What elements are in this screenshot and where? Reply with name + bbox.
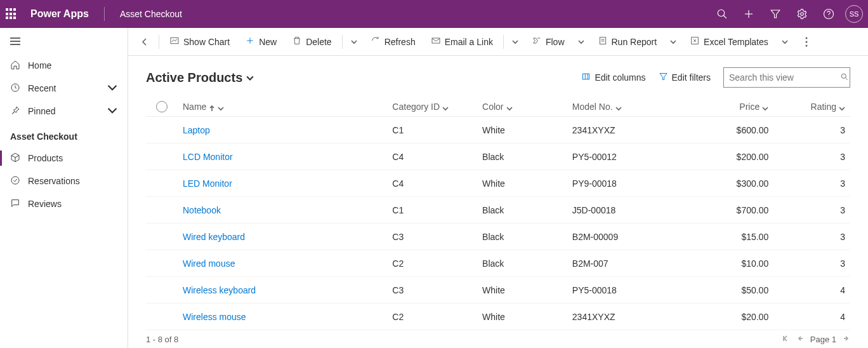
cell-model: B2M-00009 [567, 232, 684, 242]
excel-chevron[interactable] [777, 39, 792, 45]
refresh-button[interactable]: Refresh [364, 32, 422, 52]
cell-rating: 3 [773, 125, 850, 135]
help-icon[interactable] [819, 4, 839, 24]
table-row[interactable]: LaptopC1White2341XYXZ$600.003 [146, 117, 850, 144]
search-icon[interactable] [712, 4, 732, 24]
svg-rect-27 [583, 74, 589, 79]
run-report-button[interactable]: Run Report [591, 32, 664, 52]
search-icon [840, 72, 849, 83]
record-range: 1 - 8 of 8 [146, 335, 178, 344]
divider [159, 35, 159, 49]
user-avatar[interactable]: SS [845, 5, 863, 23]
chevron-down-icon [107, 83, 117, 95]
table-row[interactable]: Wired mouseC2BlackB2M-007$10.003 [146, 250, 850, 277]
sidebar-section-title: Asset Checkout [0, 123, 128, 147]
select-all-checkbox[interactable] [146, 101, 178, 112]
next-page-icon[interactable] [843, 335, 850, 344]
sidebar-item-reservations[interactable]: Reservations [0, 170, 128, 192]
cell-category: C4 [387, 178, 477, 189]
column-header-model[interactable]: Model No. [567, 102, 684, 112]
chevron-down-icon [246, 70, 254, 85]
cell-category: C4 [387, 152, 477, 162]
email-link-button[interactable]: Email a Link [424, 32, 499, 52]
overflow-button[interactable] [798, 37, 815, 47]
record-link[interactable]: Notebook [183, 205, 221, 215]
cell-model: B2M-007 [567, 258, 684, 269]
cmd-label: Excel Templates [704, 37, 768, 47]
table-row[interactable]: Wired keyboardC3BlackB2M-00009$15.003 [146, 224, 850, 250]
first-page-icon[interactable] [782, 335, 790, 344]
sidebar: Home Recent Pinned Asset Checkout Produc… [0, 28, 128, 348]
new-button[interactable]: New [239, 32, 283, 52]
email-split-chevron[interactable] [508, 39, 523, 45]
column-header-color[interactable]: Color [477, 102, 567, 112]
svg-point-24 [805, 37, 807, 39]
show-chart-button[interactable]: Show Chart [163, 32, 236, 52]
cmd-label: Delete [306, 37, 331, 47]
divider [342, 35, 343, 49]
delete-split-chevron[interactable] [346, 39, 362, 45]
chevron-down-icon [839, 104, 845, 110]
grid-footer: 1 - 8 of 8 Page 1 [128, 330, 868, 348]
sidebar-item-reviews[interactable]: Reviews [0, 192, 128, 215]
svg-point-25 [805, 41, 807, 43]
record-link[interactable]: Wired keyboard [183, 232, 245, 242]
sidebar-item-recent[interactable]: Recent [0, 77, 128, 100]
cell-color: Black [477, 152, 567, 162]
report-chevron[interactable] [666, 39, 681, 45]
record-link[interactable]: Wired mouse [183, 258, 235, 269]
table-row[interactable]: LCD MonitorC4BlackPY5-00012$200.003 [146, 144, 850, 170]
flow-chevron[interactable] [574, 39, 589, 45]
box-icon [10, 152, 20, 164]
svg-rect-17 [432, 38, 440, 43]
excel-templates-button[interactable]: Excel Templates [683, 32, 775, 52]
flow-button[interactable]: Flow [525, 32, 571, 52]
cell-color: Black [477, 232, 567, 242]
app-launcher-icon[interactable] [5, 8, 18, 20]
sidebar-item-label: Pinned [28, 106, 56, 116]
settings-icon[interactable] [792, 4, 812, 24]
cmd-label: New [259, 37, 277, 47]
table-row[interactable]: Wireless keyboardC3WhitePY5-00018$50.004 [146, 277, 850, 304]
record-link[interactable]: Wireless keyboard [183, 285, 256, 295]
delete-button[interactable]: Delete [286, 32, 338, 52]
cell-price: $50.00 [683, 285, 773, 295]
cell-model: 2341XYXZ [567, 312, 684, 322]
sidebar-item-label: Home [28, 60, 51, 70]
trash-icon [292, 36, 302, 48]
hamburger-icon[interactable] [0, 33, 128, 54]
data-grid: Name Category ID Color Model No. [128, 97, 868, 330]
col-label: Name [183, 102, 206, 112]
column-header-name[interactable]: Name [178, 102, 387, 112]
record-link[interactable]: Wireless mouse [183, 312, 246, 322]
col-label: Rating [811, 102, 836, 112]
table-row[interactable]: LED MonitorC4WhitePY9-00018$300.003 [146, 170, 850, 197]
search-input[interactable] [729, 72, 840, 83]
edit-columns-button[interactable]: Edit columns [581, 72, 645, 83]
cell-price: $20.00 [683, 312, 773, 322]
table-row[interactable]: NotebookC1BlackJ5D-00018$700.003 [146, 197, 850, 224]
column-header-rating[interactable]: Rating [773, 102, 850, 112]
record-link[interactable]: LCD Monitor [183, 152, 233, 162]
sidebar-item-label: Products [28, 153, 63, 163]
sidebar-item-home[interactable]: Home [0, 54, 128, 77]
table-row[interactable]: Wireless mouseC2White2341XYXZ$20.004 [146, 304, 850, 330]
column-header-price[interactable]: Price [683, 102, 773, 112]
sidebar-item-pinned[interactable]: Pinned [0, 100, 128, 123]
sidebar-item-products[interactable]: Products [0, 147, 128, 170]
search-view-box[interactable] [723, 67, 850, 88]
column-header-category[interactable]: Category ID [387, 102, 477, 112]
add-icon[interactable] [739, 4, 759, 24]
record-link[interactable]: LED Monitor [183, 178, 232, 189]
back-button[interactable] [135, 32, 155, 52]
view-selector[interactable]: Active Products [146, 70, 254, 85]
va-label: Edit filters [672, 72, 711, 83]
pin-icon [10, 105, 20, 117]
edit-filters-button[interactable]: Edit filters [659, 72, 711, 83]
cell-color: Black [477, 258, 567, 269]
svg-point-31 [841, 74, 846, 78]
clock-icon [10, 83, 20, 95]
filter-icon[interactable] [765, 4, 786, 24]
record-link[interactable]: Laptop [183, 125, 210, 135]
prev-page-icon[interactable] [796, 335, 804, 344]
